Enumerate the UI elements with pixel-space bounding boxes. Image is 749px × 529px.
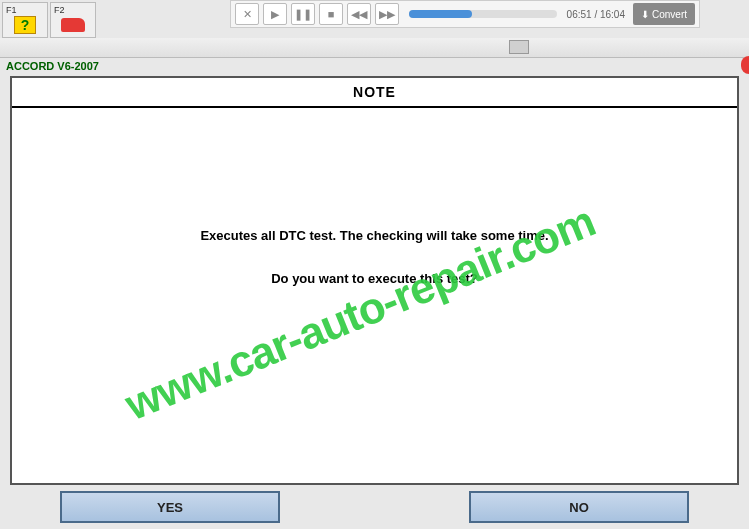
yes-button[interactable]: YES xyxy=(60,491,280,523)
time-label: 06:51 / 16:04 xyxy=(567,9,625,20)
close-button[interactable]: ✕ xyxy=(235,3,259,25)
car-icon xyxy=(61,15,85,35)
progress-fill xyxy=(409,10,472,18)
function-tabs: F1 ? F2 xyxy=(0,0,98,38)
toolbar-strip xyxy=(0,38,749,58)
download-icon: ⬇ xyxy=(641,9,649,20)
tab-f1[interactable]: F1 ? xyxy=(2,2,48,38)
note-line-2: Do you want to execute this test? xyxy=(32,271,717,286)
footer-buttons: YES NO xyxy=(0,491,749,523)
breadcrumb: ACCORD V6-2007 xyxy=(2,58,103,74)
play-button[interactable]: ▶ xyxy=(263,3,287,25)
small-vehicle-icon xyxy=(509,40,529,54)
no-button[interactable]: NO xyxy=(469,491,689,523)
note-line-1: Executes all DTC test. The checking will… xyxy=(32,228,717,243)
note-body: Executes all DTC test. The checking will… xyxy=(12,108,737,286)
convert-label: Convert xyxy=(652,9,687,20)
red-badge-edge xyxy=(741,56,749,74)
note-panel: NOTE Executes all DTC test. The checking… xyxy=(10,76,739,485)
media-player-bar: ✕ ▶ ❚❚ ■ ◀◀ ▶▶ 06:51 / 16:04 ⬇ Convert xyxy=(230,0,700,28)
convert-button[interactable]: ⬇ Convert xyxy=(633,3,695,25)
tab-f2-label: F2 xyxy=(51,5,65,15)
pause-button[interactable]: ❚❚ xyxy=(291,3,315,25)
stop-button[interactable]: ■ xyxy=(319,3,343,25)
tab-f1-label: F1 xyxy=(3,5,17,15)
note-header: NOTE xyxy=(12,78,737,108)
rewind-button[interactable]: ◀◀ xyxy=(347,3,371,25)
forward-button[interactable]: ▶▶ xyxy=(375,3,399,25)
progress-bar[interactable] xyxy=(409,10,557,18)
help-icon: ? xyxy=(13,15,37,35)
tab-f2[interactable]: F2 xyxy=(50,2,96,38)
